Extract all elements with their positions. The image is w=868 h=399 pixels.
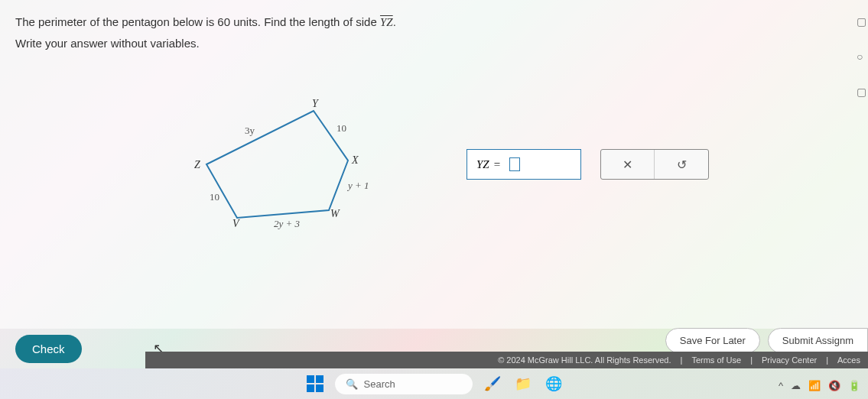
- question-line-1: The perimeter of the pentagon below is 6…: [15, 11, 853, 33]
- edge-YX: 10: [336, 122, 346, 135]
- search-icon: 🔍: [346, 378, 358, 390]
- vertex-V: V: [232, 218, 239, 230]
- reset-button[interactable]: ↺: [655, 150, 708, 179]
- q-side: YZ: [380, 16, 393, 28]
- task-icon-app1[interactable]: 🖌️: [482, 373, 503, 394]
- system-tray: ^ ☁ 📶 🔇 🔋: [779, 380, 860, 391]
- answer-placeholder[interactable]: [509, 157, 520, 171]
- reset-icon: ↺: [677, 157, 687, 172]
- answer-toolbar: ✕ ↺: [600, 149, 709, 180]
- q-perimeter: 60: [217, 15, 230, 28]
- pentagon-figure: Y X W V Z 3y 10 y + 1 2y + 3 10: [176, 99, 375, 248]
- wifi-icon[interactable]: 📶: [808, 380, 821, 391]
- answer-label: YZ: [476, 158, 489, 171]
- question-line-2: Write your answer without variables.: [15, 33, 853, 54]
- sound-icon[interactable]: 🔇: [828, 380, 840, 391]
- equals-sign: =: [494, 158, 500, 171]
- tool-icon-3[interactable]: ▢: [857, 86, 866, 98]
- vertex-W: W: [330, 208, 340, 220]
- edge-VZ: 10: [210, 191, 219, 203]
- edge-YZ: 3y: [245, 125, 255, 137]
- q-prefix: The perimeter of the pentagon below is: [15, 15, 217, 28]
- battery-icon[interactable]: 🔋: [848, 380, 860, 391]
- clear-button[interactable]: ✕: [601, 150, 655, 179]
- terms-link[interactable]: Terms of Use: [691, 355, 741, 365]
- x-icon: ✕: [623, 157, 632, 172]
- cloud-icon[interactable]: ☁: [791, 380, 801, 391]
- windows-icon: [307, 375, 323, 392]
- search-placeholder: Search: [364, 378, 395, 390]
- tool-icon-1[interactable]: ▢: [857, 15, 866, 28]
- check-button[interactable]: Check: [15, 335, 82, 363]
- task-icon-explorer[interactable]: 📁: [512, 373, 534, 394]
- taskbar-search[interactable]: 🔍 Search: [335, 374, 473, 394]
- pentagon-shape: [206, 111, 348, 218]
- vertex-X: X: [352, 154, 359, 167]
- privacy-link[interactable]: Privacy Center: [762, 355, 817, 365]
- vertex-Z: Z: [194, 159, 200, 171]
- copyright-text: © 2024 McGraw Hill LLC. All Rights Reser…: [498, 355, 671, 365]
- side-tools: ▢ ○ ▢: [857, 15, 866, 98]
- edge-WV: 2y + 3: [274, 218, 300, 230]
- answer-input[interactable]: YZ =: [467, 149, 581, 180]
- q-mid: units. Find the length of side: [230, 15, 380, 28]
- taskbar: 🔍 Search 🖌️ 📁 🌐: [0, 368, 868, 399]
- copyright-bar: © 2024 McGraw Hill LLC. All Rights Reser…: [145, 352, 868, 368]
- task-icon-chrome[interactable]: 🌐: [543, 373, 564, 394]
- access-link[interactable]: Acces: [837, 355, 860, 365]
- q-suffix: .: [393, 15, 396, 28]
- edge-XW: y + 1: [348, 180, 369, 192]
- vertex-Y: Y: [312, 98, 318, 110]
- start-button[interactable]: [304, 373, 326, 394]
- chevron-up-icon[interactable]: ^: [779, 380, 783, 391]
- tool-icon-2[interactable]: ○: [857, 50, 866, 63]
